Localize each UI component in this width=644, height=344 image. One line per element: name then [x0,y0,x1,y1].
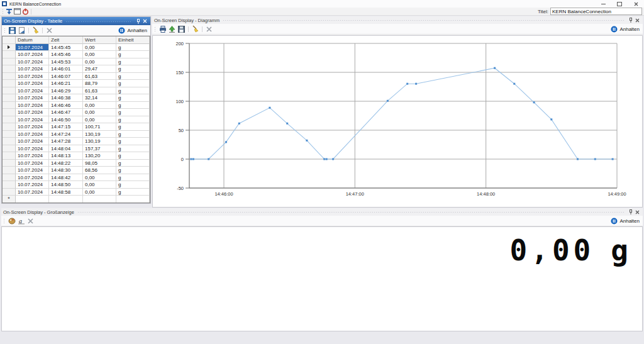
panel-close-button[interactable] [634,209,641,216]
cell-zeit[interactable]: 14:46:21 [49,80,83,87]
save-button[interactable] [8,26,16,35]
table-row[interactable]: 10.07.202414:48:580,00g [3,189,150,196]
data-table[interactable]: DatumZeitWertEinheit10.07.202414:45:450,… [2,36,150,203]
cell-einheit[interactable]: g [116,174,150,182]
cell-einheit[interactable]: g [116,167,150,174]
pin-button[interactable] [135,18,142,25]
cell-zeit[interactable]: 14:45:53 [49,58,83,66]
cell-zeit[interactable]: 14:46:07 [49,73,83,80]
cell-zeit[interactable]: 14:46:50 [49,116,83,124]
cell-datum[interactable]: 10.07.2024 [16,174,49,182]
column-header[interactable]: Wert [83,36,116,44]
new-row[interactable]: * [3,196,150,203]
cell-wert[interactable]: 0,00 [83,181,116,189]
table-row[interactable]: 10.07.202414:48:500,00g [3,181,150,189]
cell-einheit[interactable]: g [116,44,150,52]
cell-zeit[interactable]: 14:46:47 [49,109,83,116]
table-row[interactable]: 10.07.202414:47:28130,19g [3,138,150,145]
titel-input[interactable] [550,8,642,15]
table-row[interactable]: 10.07.202414:46:0129,47g [3,65,150,73]
anhalten-button[interactable]: Anhalten [611,218,641,225]
cell-zeit[interactable]: 14:46:38 [49,94,83,102]
clear-button[interactable] [31,26,40,35]
export-chart-button[interactable] [168,25,176,33]
cell-zeit[interactable]: 14:47:28 [49,138,83,145]
cell-wert[interactable]: 0,00 [83,102,116,109]
cell-wert[interactable]: 61,63 [83,73,116,80]
table-row[interactable]: 10.07.202414:46:2188,79g [3,80,150,87]
cell-wert[interactable]: 0,00 [83,44,116,52]
cell-einheit[interactable]: g [116,138,150,145]
cell-datum[interactable]: 10.07.2024 [16,123,49,131]
pin-button[interactable] [627,209,634,216]
table-row[interactable]: 10.07.202414:45:450,00g [3,44,150,52]
close-button[interactable] [628,0,644,8]
cell-einheit[interactable]: g [116,160,150,167]
cell-zeit[interactable]: 14:46:46 [49,102,83,109]
cell-datum[interactable]: 10.07.2024 [16,116,49,124]
restore-button[interactable] [611,0,628,8]
cell-datum[interactable]: 10.07.2024 [16,80,49,87]
cell-datum[interactable]: 10.07.2024 [16,189,49,196]
cell-einheit[interactable]: g [116,189,150,196]
pin-button[interactable] [627,17,634,24]
cell-datum[interactable]: 10.07.2024 [16,65,49,73]
panel-close-button[interactable] [142,18,148,25]
delete-button[interactable] [45,26,53,35]
table-row[interactable]: 10.07.202414:46:500,00g [3,116,150,124]
cell-datum[interactable]: 10.07.2024 [16,181,49,189]
cell-datum[interactable]: 10.07.2024 [16,160,49,167]
cell-zeit[interactable]: 14:48:04 [49,145,83,153]
anhalten-button[interactable]: Anhalten [118,27,148,34]
cell-zeit[interactable]: 14:48:13 [49,152,83,160]
table-row[interactable]: 10.07.202414:45:530,00g [3,58,150,66]
panel-close-button[interactable] [634,17,641,24]
table-row[interactable]: 10.07.202414:46:470,00g [3,109,150,116]
cell-einheit[interactable]: g [116,51,150,58]
cell-zeit[interactable] [49,196,83,203]
export-button[interactable] [18,26,26,35]
cell-zeit[interactable]: 14:48:42 [49,174,83,182]
table-row[interactable]: 10.07.202414:46:460,00g [3,102,150,109]
cell-wert[interactable]: 130,19 [83,138,116,145]
cell-wert[interactable]: 100,71 [83,123,116,131]
cell-einheit[interactable]: g [116,109,150,116]
cell-wert[interactable]: 0,00 [83,58,116,66]
cell-einheit[interactable]: g [116,116,150,124]
table-row[interactable]: 10.07.202414:45:460,00g [3,51,150,58]
anhalten-button[interactable]: Anhalten [611,26,641,33]
table-row[interactable]: 10.07.202414:48:3068,56g [3,167,150,174]
cell-wert[interactable] [83,196,116,203]
cell-zeit[interactable]: 14:47:15 [49,123,83,131]
cell-zeit[interactable]: 14:45:46 [49,51,83,58]
cell-wert[interactable]: 98,05 [83,160,116,167]
cell-wert[interactable]: 130,20 [83,152,116,160]
cell-einheit[interactable] [116,196,150,203]
cell-zeit[interactable]: 14:47:24 [49,131,83,138]
table-row[interactable]: 10.07.202414:46:0761,63g [3,73,150,80]
cell-datum[interactable]: 10.07.2024 [16,131,49,138]
cell-datum[interactable]: 10.07.2024 [16,138,49,145]
cell-wert[interactable]: 68,56 [83,167,116,174]
cell-einheit[interactable]: g [116,181,150,189]
cell-einheit[interactable]: g [116,145,150,153]
cell-datum[interactable]: 10.07.2024 [16,145,49,153]
cell-wert[interactable]: 0,00 [83,109,116,116]
cell-datum[interactable]: 10.07.2024 [16,152,49,160]
cell-einheit[interactable]: g [116,94,150,102]
cell-wert[interactable]: 0,00 [83,174,116,182]
table-row[interactable]: 10.07.202414:48:420,00g [3,174,150,182]
cell-zeit[interactable]: 14:45:45 [49,44,83,52]
cell-datum[interactable] [16,196,49,203]
cell-wert[interactable]: 157,37 [83,145,116,153]
cell-datum[interactable]: 10.07.2024 [16,73,49,80]
cell-zeit[interactable]: 14:48:58 [49,189,83,196]
cell-einheit[interactable]: g [116,73,150,80]
power-button[interactable] [21,8,30,15]
cell-datum[interactable]: 10.07.2024 [16,109,49,116]
delete-button[interactable] [205,25,213,33]
cell-wert[interactable]: 32,14 [83,94,116,102]
cell-wert[interactable]: 0,00 [83,189,116,196]
table-row[interactable]: 10.07.202414:47:24130,19g [3,131,150,138]
cell-datum[interactable]: 10.07.2024 [16,102,49,109]
